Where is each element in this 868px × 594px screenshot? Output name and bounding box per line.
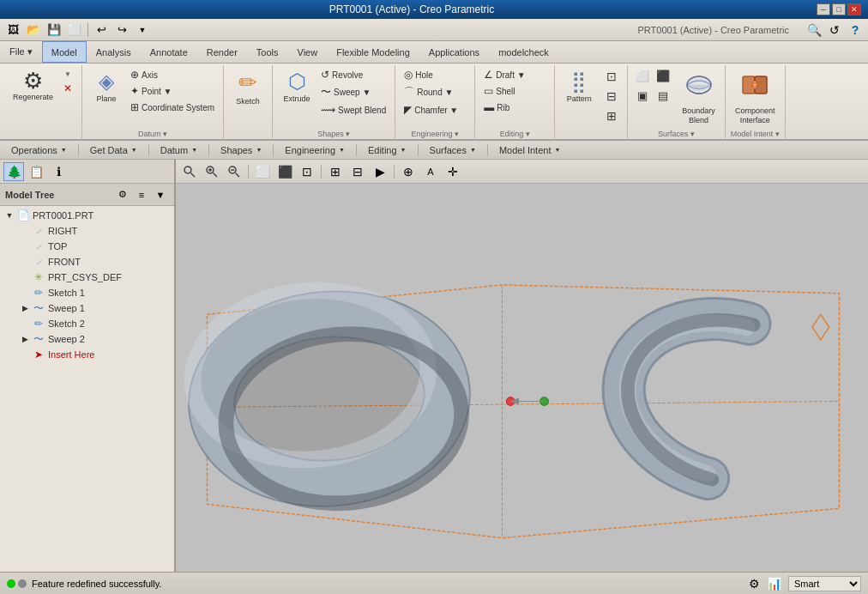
ops-model-intent[interactable]: Model Intent ▼ (491, 142, 568, 158)
maximize-button[interactable]: □ (832, 3, 846, 15)
round-button[interactable]: ⌒ Round ▼ (401, 83, 469, 101)
annot-display-btn[interactable]: A (420, 162, 441, 181)
boundary-blend-button[interactable]: BoundaryBlend (678, 67, 720, 128)
ops-surfaces[interactable]: Surfaces ▼ (422, 142, 484, 158)
shell-button[interactable]: ▭ Shell (480, 83, 549, 99)
menu-render[interactable]: Render (197, 41, 247, 63)
ops-editing[interactable]: Editing ▼ (360, 142, 414, 158)
menu-applications[interactable]: Applications (419, 41, 489, 63)
zoom-fit-btn[interactable] (179, 162, 200, 181)
fill-btn[interactable]: ⬜ (633, 67, 652, 85)
point-button[interactable]: ✦ Point ▼ (127, 83, 218, 99)
tree-settings-btn[interactable]: ⚙ (114, 187, 131, 203)
qa-save-btn[interactable]: 💾 (45, 21, 63, 39)
menu-view[interactable]: View (288, 41, 328, 63)
ops-engineering[interactable]: Engineering ▼ (277, 142, 353, 158)
view-orient-btn[interactable]: ⊞ (325, 162, 346, 181)
component-interface-button[interactable]: ComponentInterface (731, 67, 780, 128)
extrude-label: Extrude (284, 94, 310, 104)
ops-shapes[interactable]: Shapes ▼ (213, 142, 269, 158)
view-section-btn[interactable]: ⊟ (347, 162, 368, 181)
axis-button[interactable]: ⊕ Axis (127, 67, 218, 82)
tree-item-sweep2[interactable]: ▶ 〜 Sweep 2 (0, 331, 174, 347)
extrude-button[interactable]: ⬡ Extrude (278, 67, 316, 106)
blend-btn[interactable]: ⬛ (654, 67, 672, 85)
menu-tools[interactable]: Tools (247, 41, 288, 63)
ops-sep-2 (148, 144, 149, 156)
regenerate-button[interactable]: ⚙ Regenerate (9, 67, 57, 105)
menu-flexible-modeling[interactable]: Flexible Modeling (327, 41, 419, 63)
layer-tree-btn[interactable]: 📋 (26, 162, 46, 181)
properties-btn[interactable]: ℹ (48, 162, 69, 181)
datum-display-btn[interactable]: ⊕ (398, 162, 419, 181)
ops-sep-1 (78, 144, 79, 156)
svg-point-1 (687, 76, 711, 94)
qa-dropdown-btn[interactable]: ▼ (133, 21, 152, 39)
display-mode-select[interactable]: Smart No Hidden Hidden Line Wireframe Sh… (788, 576, 861, 591)
menu-model[interactable]: Model (42, 41, 87, 63)
plane-label: Plane (97, 94, 117, 104)
draft-label: Draft ▼ (496, 70, 525, 80)
tree-item-sketch2[interactable]: ▶ ✏ Sketch 2 (0, 316, 174, 331)
zoom-in-btn[interactable] (202, 162, 222, 181)
tree-item-sketch1[interactable]: ▶ ✏ Sketch 1 (0, 285, 174, 300)
move-btn[interactable]: ⊟ (601, 87, 622, 106)
status-dot-gray (18, 579, 27, 588)
tree-filter-btn[interactable]: ≡ (133, 187, 150, 203)
canvas[interactable] (176, 184, 868, 572)
tree-item-root[interactable]: ▼ 📄 PRT0001.PRT (0, 208, 174, 223)
rib-button[interactable]: ▬ Rib (480, 100, 549, 115)
view-spin-btn[interactable]: ▶ (370, 162, 390, 181)
ops-datum[interactable]: Datum ▼ (153, 142, 205, 158)
qa-open-btn[interactable]: 📂 (24, 21, 43, 39)
view-normal-btn[interactable]: ⬜ (252, 162, 273, 181)
menu-file[interactable]: File ▾ (0, 41, 42, 63)
zoom-out-btn[interactable] (224, 162, 244, 181)
tree-item-insert[interactable]: ▶ ➤ Insert Here (0, 347, 174, 362)
tree-item-front[interactable]: ▶ ⟋ FRONT (0, 254, 174, 270)
settings-icon[interactable]: ⚙ (749, 577, 760, 591)
qa-window-btn[interactable]: ⬜ (65, 21, 84, 39)
ops-operations[interactable]: Operations ▼ (3, 142, 75, 158)
sweep-button[interactable]: 〜 Sweep ▼ (317, 83, 389, 101)
view-shaded-btn[interactable]: ⬛ (274, 162, 295, 181)
tree-item-top[interactable]: ▶ ⟋ TOP (0, 239, 174, 254)
help-search-btn[interactable]: 🔍 (805, 21, 823, 39)
ops-get-data[interactable]: Get Data ▼ (82, 142, 145, 158)
model-tree-icon-btn[interactable]: 🌲 (3, 162, 24, 181)
sketch-button[interactable]: ✏ Sketch (229, 67, 267, 109)
pattern-button[interactable]: ⣿ Pattern (560, 67, 598, 106)
menu-annotate[interactable]: Annotate (141, 41, 197, 63)
thicken-icon: ▤ (658, 89, 668, 102)
revolve-button[interactable]: ↺ Revolve (317, 67, 389, 82)
component-interface-label: ComponentInterface (735, 106, 775, 125)
swept-blend-button[interactable]: ⟿ Swept Blend (317, 102, 389, 118)
tree-expand-btn[interactable]: ▼ (152, 187, 169, 203)
help-btn[interactable]: ? (846, 21, 865, 39)
offset-btn[interactable]: ▣ (633, 87, 652, 105)
minimize-button[interactable]: ─ (817, 3, 830, 15)
qa-new-btn[interactable]: 🖼 (3, 21, 22, 39)
mirror-btn[interactable]: ⊡ (601, 67, 622, 86)
plane-button[interactable]: ◈ Plane (87, 67, 125, 106)
group-btn[interactable]: ⊞ (601, 106, 622, 125)
draft-button[interactable]: ∠ Draft ▼ (480, 67, 549, 82)
view-wireframe-btn[interactable]: ⊡ (297, 162, 317, 181)
menu-analysis[interactable]: Analysis (87, 41, 141, 63)
tree-item-csys[interactable]: ▶ ✳ PRT_CSYS_DEF (0, 270, 174, 285)
menu-modelcheck[interactable]: modelcheck (489, 41, 558, 63)
coordinate-system-button[interactable]: ⊞ Coordinate System (127, 100, 218, 115)
tree-item-sweep1[interactable]: ▶ 〜 Sweep 1 (0, 300, 174, 316)
tree-item-right[interactable]: ▶ ⟋ RIGHT (0, 223, 174, 239)
close-button[interactable]: ✕ (847, 3, 861, 15)
hole-button[interactable]: ◎ Hole (401, 67, 469, 82)
suppress-btn[interactable]: ✕ (59, 81, 76, 96)
chamfer-button[interactable]: ◤ Chamfer ▼ (401, 102, 469, 118)
regenerate-options-btn[interactable]: ▼ (59, 69, 76, 80)
spin-center-btn[interactable]: ✛ (443, 162, 463, 181)
stats-icon[interactable]: 📊 (767, 577, 781, 591)
refresh-btn[interactable]: ↺ (825, 21, 844, 39)
qa-redo-btn[interactable]: ↪ (112, 21, 131, 39)
thicken-btn[interactable]: ▤ (654, 87, 672, 105)
qa-undo-btn[interactable]: ↩ (92, 21, 111, 39)
